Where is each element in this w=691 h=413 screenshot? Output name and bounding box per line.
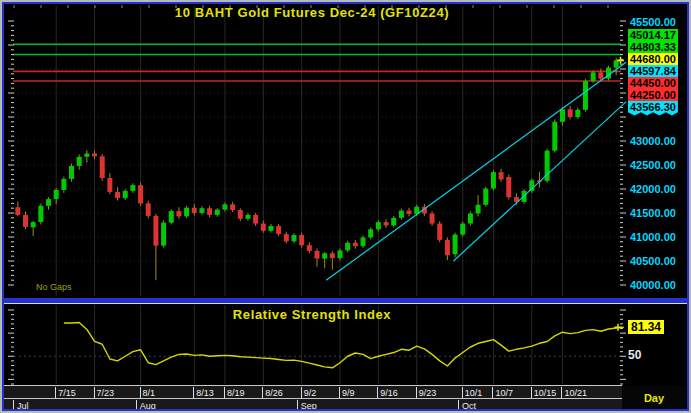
candle-up [69, 166, 74, 179]
candle-down [307, 245, 312, 251]
candle-up [560, 109, 565, 121]
candle-up [491, 172, 496, 188]
x-axis-date-label: 9/16 [380, 388, 398, 398]
trendline[interactable] [326, 62, 626, 280]
candle-up [614, 60, 619, 67]
chart-title: 10 BAHT Gold Futures Dec-24 (GF10Z24) [4, 5, 620, 20]
price-scale-label: 44450.00 [628, 77, 678, 89]
candle-down [230, 204, 235, 210]
candle-up [361, 237, 366, 246]
candle-down [192, 208, 197, 213]
axis-tick-separator [416, 387, 417, 398]
x-axis-date-label: 8/19 [227, 388, 245, 398]
candle-up [31, 222, 36, 227]
price-scale-label: 43000.00 [628, 135, 678, 147]
x-axis-date-label: 8/26 [265, 388, 283, 398]
axis-month-separator [297, 400, 298, 411]
axis-tick-separator [224, 387, 225, 398]
price-scale-label: 44680.00 [628, 53, 678, 65]
price-scale-label: 42000.00 [628, 183, 678, 195]
candle-up [575, 110, 580, 117]
x-axis-date-label: 8/1 [143, 388, 156, 398]
axis-tick-separator [301, 387, 302, 398]
timeframe-label-box: Day [622, 386, 686, 409]
price-chart-canvas[interactable] [4, 4, 687, 298]
candles-group [15, 57, 618, 280]
x-axis-date-label: 10/21 [564, 388, 587, 398]
candle-down [207, 208, 212, 215]
price-scale-label: 41000.00 [628, 231, 678, 243]
candle-up [184, 208, 189, 217]
candle-down [506, 177, 511, 197]
candle-up [199, 208, 204, 213]
candle-down [353, 243, 358, 246]
x-axis-month-label: Aug [140, 401, 156, 411]
candle-down [253, 215, 258, 224]
rsi-midline-label: 50 [628, 348, 641, 362]
candle-down [437, 224, 442, 240]
axis-tick-separator [339, 387, 340, 398]
candle-up [591, 72, 596, 81]
candle-up [61, 179, 66, 190]
axis-tick-separator [262, 387, 263, 398]
candle-up [291, 235, 296, 241]
axis-month-separator [13, 400, 14, 411]
candle-down [23, 215, 28, 227]
axis-tick-separator [140, 387, 141, 398]
axis-month-separator [136, 400, 137, 411]
candle-up [368, 229, 373, 237]
x-axis-unit-label: Day [644, 392, 664, 404]
candle-down [568, 109, 573, 117]
candle-up [460, 224, 465, 235]
candle-up [345, 243, 350, 251]
candle-up [123, 191, 128, 198]
x-axis-date-label: 10/7 [495, 388, 513, 398]
candle-down [100, 156, 105, 178]
axis-tick-separator [193, 387, 194, 398]
x-axis-date-row[interactable]: 7/157/238/18/138/198/269/29/99/169/2310/… [4, 385, 622, 399]
chart-window: 10 BAHT Gold Futures Dec-24 (GF10Z24) Re… [0, 0, 691, 413]
candle-up [77, 157, 82, 166]
axis-tick-separator [561, 387, 562, 398]
axis-tick-separator [531, 387, 532, 398]
price-scale-label: 45014.17 [628, 29, 678, 41]
x-axis-date-label: 7/23 [97, 388, 115, 398]
candle-down [261, 224, 266, 231]
candle-down [499, 172, 504, 179]
axis-tick-separator [94, 387, 95, 398]
candle-down [315, 251, 320, 259]
price-scale-label: 42500.00 [628, 159, 678, 171]
candle-down [15, 207, 20, 215]
axis-tick-separator [492, 387, 493, 398]
candle-up [468, 213, 473, 223]
rsi-title: Relative Strength Index [4, 307, 620, 322]
axis-tick-separator [462, 387, 463, 398]
candle-down [330, 253, 335, 258]
price-scale-label: 41500.00 [628, 207, 678, 219]
candle-up [476, 205, 481, 214]
price-scale-label: 40500.00 [628, 255, 678, 267]
candle-up [38, 206, 43, 222]
price-scale-label: 44597.84 [628, 65, 678, 77]
x-axis-date-label: 9/23 [419, 388, 437, 398]
x-axis-date-label: 10/15 [534, 388, 557, 398]
x-axis-date-label: 9/9 [342, 388, 355, 398]
panel-separator[interactable] [2, 298, 689, 304]
candle-up [268, 226, 273, 231]
candle-up [130, 185, 135, 191]
candle-up [46, 199, 51, 206]
price-scale-label: 45500.00 [628, 16, 678, 28]
candle-down [284, 234, 289, 241]
x-axis-date-label: 8/13 [196, 388, 214, 398]
candle-up [222, 204, 227, 209]
candle-up [583, 81, 588, 110]
candle-down [407, 211, 412, 214]
candle-up [391, 218, 396, 226]
x-axis-date-label: 9/2 [304, 388, 317, 398]
rsi-value-label: 81.34 [628, 320, 664, 334]
candle-down [384, 222, 389, 225]
candle-down [176, 211, 181, 216]
x-axis-month-row[interactable]: JulAugSepOct [4, 398, 622, 410]
candle-up [245, 215, 250, 219]
candle-up [54, 190, 59, 199]
